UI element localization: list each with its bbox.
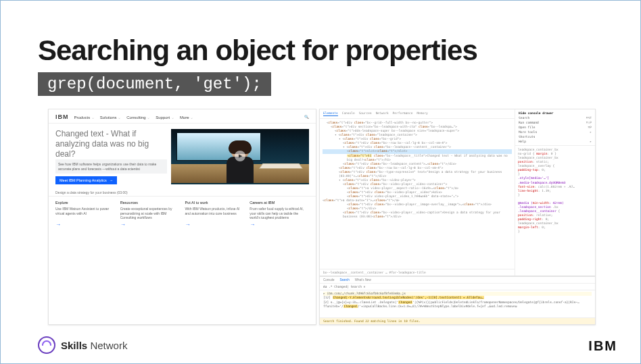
devtools-tabs: ElementsConsoleSourcesNetworkPerformance… — [320, 109, 515, 119]
nav-item[interactable]: Support — [156, 115, 174, 120]
link-tile[interactable]: Put AI to workWith IBM Watson products, … — [185, 201, 245, 228]
footer-branding: Skills Network — [38, 336, 127, 354]
chrome-devtools: ElementsConsoleSourcesNetworkPerformance… — [319, 109, 596, 325]
slide-title: Searching an object for properties — [38, 34, 477, 67]
breadcrumb: bx--leadspace__content__container … #for… — [320, 269, 515, 276]
menu-item[interactable]: More tools▸ — [519, 130, 592, 134]
search-icon[interactable]: 🔍 — [304, 115, 309, 119]
dom-tree[interactable]: <class="t">div class="bx--grid--full-wid… — [320, 119, 515, 269]
hero-video-thumbnail[interactable]: ▶ — [171, 129, 309, 184]
link-tile[interactable]: ExploreUse IBM Watson Assistant to power… — [55, 201, 115, 228]
primary-nav: ProductsSolutionsConsultingSupportMore — [74, 115, 194, 120]
options-menu[interactable]: Hide console drawerSearch⌘⌥FRun command⌘… — [515, 109, 595, 146]
screenshot-pair: IBM ProductsSolutionsConsultingSupportMo… — [48, 109, 596, 325]
nav-item[interactable]: More — [180, 115, 193, 120]
menu-item[interactable]: Help▸ — [519, 140, 592, 143]
nav-item[interactable]: Solutions — [100, 115, 121, 120]
code-example: grep(document, 'get'); — [38, 72, 271, 96]
promo-text: See how IBM software helps organizations… — [55, 159, 167, 174]
menu-item[interactable]: Search⌘⌥F — [519, 116, 592, 120]
site-header: IBM ProductsSolutionsConsultingSupportMo… — [49, 109, 316, 124]
elements-panel: ElementsConsoleSourcesNetworkPerformance… — [320, 109, 515, 276]
arrow-right-icon: → — [110, 178, 114, 182]
cta-button[interactable]: Meet IBM Planning Analytics→ — [55, 176, 117, 184]
hero-section: Changed text - What if analyzing data wa… — [49, 124, 316, 188]
drawer-tabs: ConsoleSearchWhat's New — [320, 277, 595, 284]
styles-pane[interactable]: leadspace_container_bxno-grid { margin: … — [515, 146, 595, 276]
slide: Searching an object for properties grep(… — [0, 0, 641, 364]
skills-network-icon — [38, 336, 55, 354]
search-status: Search finished. Found 22 matching lines… — [320, 317, 595, 324]
devtools-tab[interactable]: Sources — [359, 111, 372, 116]
devtools-tab[interactable]: Memory — [417, 111, 427, 116]
ibm-logo-small: IBM — [55, 113, 69, 120]
devtools-tab[interactable]: Network — [376, 111, 389, 116]
drawer-tab[interactable]: What's New — [355, 278, 371, 282]
skills-network-label: Skills Network — [61, 340, 127, 351]
devtools-tab[interactable]: Console — [342, 111, 355, 116]
play-icon[interactable]: ▶ — [235, 151, 245, 161]
search-bar[interactable]: Aa .* Changed| Search × — [320, 284, 595, 290]
link-tiles: ExploreUse IBM Watson Assistant to power… — [49, 196, 316, 231]
ibm-webpage: IBM ProductsSolutionsConsultingSupportMo… — [48, 109, 316, 325]
link-tile[interactable]: ResourcesCreate exceptional experiences … — [120, 201, 180, 228]
link-tile[interactable]: Careers at IBMFrom safer food supply to … — [250, 201, 309, 228]
nav-item[interactable]: Products — [74, 115, 95, 120]
drawer-tab[interactable]: Console — [323, 278, 335, 282]
menu-item[interactable]: Shortcuts — [519, 135, 592, 138]
devtools-tab[interactable]: Performance — [393, 111, 413, 116]
menu-item[interactable]: Open file⌘P — [519, 126, 592, 129]
console-drawer: ConsoleSearchWhat's New Aa .* Changed| S… — [320, 276, 595, 324]
ibm-logo: IBM — [588, 338, 617, 354]
devtools-tab[interactable]: Elements — [323, 111, 338, 116]
devtools-sidebar: Hide console drawerSearch⌘⌥FRun command⌘… — [515, 109, 595, 276]
video-caption: Design a data strategy for your business… — [55, 188, 309, 194]
menu-item[interactable]: Run command⌘⇧P — [519, 121, 592, 124]
nav-item[interactable]: Consulting — [126, 115, 150, 120]
drawer-tab[interactable]: Search — [340, 278, 350, 282]
hero-headline: Changed text - What if analyzing data wa… — [55, 129, 167, 159]
console-output: ▸ ibm.com/…/chunk.7d96fc65afb0c6af8fe03e… — [320, 290, 595, 317]
